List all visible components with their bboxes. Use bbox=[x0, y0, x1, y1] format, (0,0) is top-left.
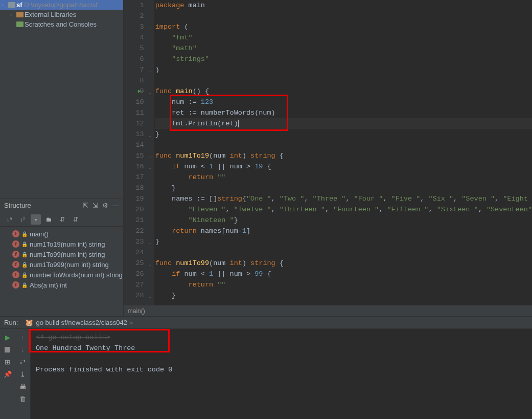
function-icon: f bbox=[12, 261, 19, 268]
sort-visibility-icon[interactable]: ↓ᶻ bbox=[17, 214, 28, 225]
code-line[interactable]: "strings" bbox=[155, 54, 532, 64]
code-line[interactable]: return "" bbox=[155, 279, 532, 290]
code-line[interactable] bbox=[155, 140, 532, 150]
run-panel: Run: 🐹 go build sf/newclass2/class042 × … bbox=[0, 316, 532, 419]
console-output[interactable]: <4 go setup calls>One Hundred Twenty Thr… bbox=[31, 329, 532, 419]
lock-icon: 🔒 bbox=[21, 241, 28, 247]
code-line[interactable]: names := []string{"One ", "Two ", "Three… bbox=[155, 193, 532, 204]
code-line[interactable]: func main() { bbox=[155, 86, 532, 97]
print-icon[interactable]: 🖶 bbox=[18, 381, 28, 391]
layout-icon[interactable]: ⊞ bbox=[3, 357, 13, 367]
lock-icon: 🔒 bbox=[21, 262, 28, 268]
lock-icon: 🔒 bbox=[21, 272, 28, 278]
fold-icon[interactable]: − bbox=[149, 239, 151, 250]
code-line[interactable]: return "" bbox=[155, 172, 532, 183]
fold-icon[interactable]: − bbox=[149, 89, 151, 99]
structure-list[interactable]: f🔒main()f🔒num1To19(num int) stringf🔒num1… bbox=[0, 227, 123, 292]
code-lines[interactable]: package mainimport ( "fmt" "math" "strin… bbox=[154, 0, 532, 305]
fold-icon[interactable]: − bbox=[149, 260, 151, 271]
function-icon: f bbox=[12, 281, 19, 289]
fold-icon[interactable]: − bbox=[149, 293, 151, 303]
struct-item[interactable]: f🔒num1To999(num int) string bbox=[0, 259, 123, 270]
gutter[interactable]: 12345678▶9101112131415161718192021222324… bbox=[124, 0, 148, 305]
run-tab[interactable]: 🐹 go build sf/newclass2/class042 × bbox=[22, 317, 136, 329]
lock-icon: 🔒 bbox=[21, 282, 28, 288]
down-icon[interactable]: ↓ bbox=[18, 344, 28, 355]
struct-item[interactable]: f🔒main() bbox=[0, 229, 123, 239]
structure-panel: Structure ⇱ ⇲ ⚙ — ↓ᵃ ↓ᶻ ▪ 🖿 ⇵ ⇵ f� bbox=[0, 199, 123, 316]
code-line[interactable]: if num < 1 || num > 19 { bbox=[155, 161, 532, 172]
function-icon: f bbox=[12, 240, 19, 248]
code-line[interactable]: fmt.Println(ret) bbox=[155, 118, 532, 129]
code-line[interactable]: ret := numberToWords(num) bbox=[155, 107, 532, 118]
trash-icon[interactable]: 🗑 bbox=[18, 393, 28, 404]
run-gutter-icon[interactable]: ▶ bbox=[138, 86, 141, 97]
fold-icon[interactable]: − bbox=[149, 185, 151, 196]
struct-item[interactable]: f🔒num1To19(num int) string bbox=[0, 239, 123, 249]
lock-icon: 🔒 bbox=[21, 231, 28, 237]
close-tab-icon[interactable]: × bbox=[130, 320, 133, 326]
sort-alpha-icon[interactable]: ↓ᵃ bbox=[4, 214, 14, 225]
function-icon: f bbox=[12, 271, 19, 278]
code-line[interactable] bbox=[155, 11, 532, 21]
breadcrumb[interactable]: main() bbox=[124, 305, 532, 316]
lock-icon: 🔒 bbox=[21, 252, 28, 257]
tree-item[interactable]: ›External Libraries bbox=[0, 10, 123, 19]
code-line[interactable]: "Eleven ", "Twelve ", "Thirteen ", "Four… bbox=[155, 204, 532, 215]
fold-icon[interactable]: − bbox=[149, 271, 151, 282]
code-line[interactable]: package main bbox=[155, 0, 532, 11]
struct-item[interactable]: f🔒numberToWords(num int) string bbox=[0, 270, 123, 280]
pin-icon[interactable]: 📌 bbox=[3, 369, 13, 379]
wrap-icon[interactable]: ⇄ bbox=[18, 357, 28, 367]
code-line[interactable]: num := 123 bbox=[155, 97, 532, 107]
struct-item[interactable]: f🔒Abs(a int) int bbox=[0, 280, 123, 290]
fold-icon[interactable]: − bbox=[149, 153, 151, 164]
run-toolbar-right: ↑ ↓ ⇄ ⤓ 🖶 🗑 bbox=[15, 329, 31, 419]
fold-icon[interactable]: − bbox=[149, 164, 151, 174]
folder-icon[interactable]: 🖿 bbox=[44, 214, 54, 225]
expand-all-icon[interactable]: ⇱ bbox=[83, 202, 88, 209]
go-icon: 🐹 bbox=[25, 319, 33, 326]
code-line[interactable]: func num1To99(num int) string { bbox=[155, 258, 532, 269]
code-line[interactable]: if num < 1 || num > 99 { bbox=[155, 269, 532, 279]
code-line[interactable] bbox=[155, 247, 532, 258]
fold-icon[interactable]: − bbox=[149, 131, 151, 142]
tree-item[interactable]: Scratches and Consoles bbox=[0, 19, 123, 29]
filter-icon[interactable]: ▪ bbox=[31, 214, 41, 225]
code-line[interactable]: func num1To19(num int) string { bbox=[155, 150, 532, 161]
code-line[interactable]: import ( bbox=[155, 21, 532, 32]
console-line bbox=[36, 354, 527, 364]
run-toolbar-left: ▶ ⊞ 📌 bbox=[0, 329, 15, 419]
function-icon: f bbox=[12, 230, 19, 237]
fold-column[interactable]: −−−−−−−−−−− bbox=[148, 0, 154, 305]
run-icon[interactable]: ▶ bbox=[3, 332, 13, 342]
gear-icon[interactable]: ⚙ bbox=[102, 202, 108, 209]
code-line[interactable]: } bbox=[155, 129, 532, 140]
stop-icon[interactable] bbox=[3, 344, 13, 355]
autoscroll-from-icon[interactable]: ⇵ bbox=[71, 214, 81, 225]
code-line[interactable]: "math" bbox=[155, 43, 532, 54]
minimize-icon[interactable]: — bbox=[112, 202, 119, 209]
code-line[interactable]: } bbox=[155, 236, 532, 247]
code-line[interactable]: return names[num-1] bbox=[155, 226, 532, 236]
function-icon: f bbox=[12, 251, 19, 258]
left-panel: ›sf D:\mysetup\gopath\src\sf›External Li… bbox=[0, 0, 124, 316]
fold-icon[interactable]: − bbox=[149, 67, 151, 78]
autoscroll-source-icon[interactable]: ⇵ bbox=[57, 214, 67, 225]
tree-item[interactable]: ›sf D:\mysetup\gopath\src\sf bbox=[0, 0, 123, 10]
code-editor[interactable]: 12345678▶9101112131415161718192021222324… bbox=[124, 0, 532, 316]
code-line[interactable]: } bbox=[155, 183, 532, 193]
project-tree[interactable]: ›sf D:\mysetup\gopath\src\sf›External Li… bbox=[0, 0, 123, 199]
code-line[interactable]: "fmt" bbox=[155, 32, 532, 43]
code-line[interactable] bbox=[155, 75, 532, 86]
fold-icon[interactable]: − bbox=[149, 24, 151, 35]
collapse-all-icon[interactable]: ⇲ bbox=[92, 202, 98, 209]
code-line[interactable]: ) bbox=[155, 64, 532, 75]
code-line[interactable]: } bbox=[155, 290, 532, 301]
console-line: One Hundred Twenty Three bbox=[36, 343, 527, 354]
console-line: Process finished with exit code 0 bbox=[36, 364, 527, 375]
scroll-icon[interactable]: ⤓ bbox=[18, 369, 28, 379]
code-line[interactable]: "Nineteen "} bbox=[155, 215, 532, 226]
up-icon[interactable]: ↑ bbox=[18, 332, 28, 342]
struct-item[interactable]: f🔒num1To99(num int) string bbox=[0, 249, 123, 259]
